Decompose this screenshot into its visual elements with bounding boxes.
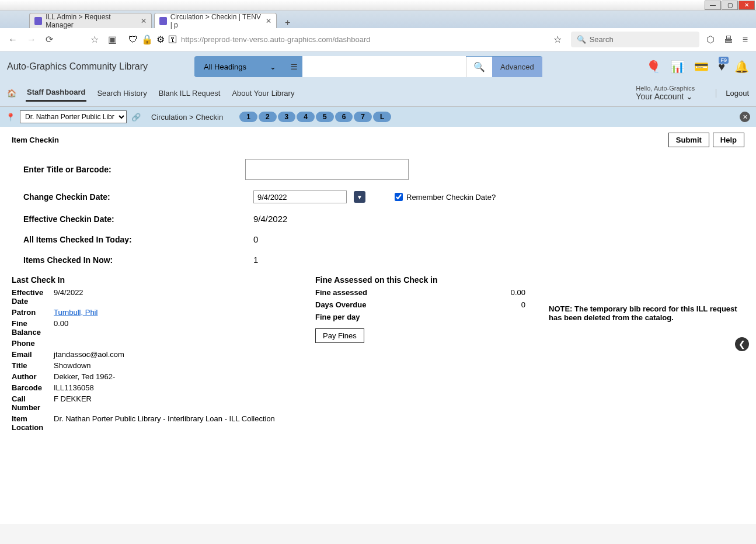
tab-favicon: [159, 17, 167, 25]
note-text: NOTE: The temporary bib record for this …: [549, 304, 744, 322]
now-value: 1: [245, 255, 258, 265]
nav-search-history[interactable]: Search History: [96, 85, 148, 101]
chevron-down-icon: ⌄: [686, 92, 693, 101]
tab-favicon: [34, 17, 42, 25]
extensions-icon[interactable]: ▣: [106, 32, 119, 47]
fkey-badge: F9: [719, 57, 729, 64]
advanced-search-button[interactable]: Advanced: [492, 57, 542, 77]
all-today-label: All Items Checked In Today:: [12, 235, 245, 244]
last-checkin-header: Last Check In: [12, 275, 292, 285]
search-icon: 🔍: [473, 62, 485, 72]
notifications-icon[interactable]: 🔔: [734, 60, 749, 74]
browser-tab[interactable]: Circulation > Checkin | TENV | p ✕: [154, 13, 277, 28]
page-title: Item Checkin: [12, 136, 59, 144]
barcode-input[interactable]: [245, 159, 409, 180]
browser-address-bar: ← → ⟳ ☆ ▣ 🛡 🔒 ⚙ ⚿ https://preprod-tenv-v…: [0, 28, 756, 51]
location-select[interactable]: Dr. Nathan Porter Public Libr: [20, 110, 127, 123]
breadcrumb: Circulation > Checkin: [151, 113, 223, 122]
nav-about-library[interactable]: About Your Library: [231, 85, 295, 101]
collapse-panel-icon[interactable]: ❮: [735, 337, 749, 351]
new-tab-button[interactable]: +: [285, 18, 290, 28]
search-scope-dropdown[interactable]: All Headings ⌄: [194, 58, 285, 76]
url-box[interactable]: 🛡 🔒 ⚙ ⚿ https://preprod-tenv-verso.auto-…: [124, 34, 566, 45]
reload-icon[interactable]: ⟳: [43, 32, 55, 47]
help-button[interactable]: Help: [713, 133, 744, 147]
database-icon[interactable]: ≣: [285, 61, 302, 72]
minimize-button[interactable]: —: [705, 1, 721, 10]
nav-blank-ill[interactable]: Blank ILL Request: [158, 85, 222, 101]
sub-bar: 📍 Dr. Nathan Porter Public Libr 🔗 Circul…: [0, 107, 756, 127]
tab-title: Circulation > Checkin | TENV | p: [170, 13, 261, 29]
pay-fines-button[interactable]: Pay Fines: [315, 328, 364, 343]
pill[interactable]: L: [373, 112, 391, 122]
forward-icon[interactable]: →: [25, 32, 39, 47]
menu-icon[interactable]: ≡: [740, 32, 750, 47]
browser-tab[interactable]: ILL Admin > Request Manager ✕: [29, 13, 152, 28]
close-window-button[interactable]: ✕: [738, 1, 755, 10]
chevron-down-icon: ⌄: [270, 63, 276, 71]
pocket-icon[interactable]: ⬡: [704, 32, 717, 47]
barcode-label: Enter Title or Barcode:: [12, 165, 245, 174]
submit-button[interactable]: Submit: [668, 133, 709, 147]
analytics-icon[interactable]: 📊: [670, 60, 685, 74]
calendar-icon[interactable]: ▼: [354, 191, 365, 203]
search-placeholder: Search: [590, 35, 614, 44]
remember-row: Remember Checkin Date?: [395, 193, 496, 202]
account-box[interactable]: Hello, Auto-Graphics Your Account ⌄: [636, 85, 695, 101]
account-label: Your Account: [636, 92, 684, 101]
browser-tab-bar: ILL Admin > Request Manager ✕ Circulatio…: [0, 11, 756, 28]
remember-checkbox[interactable]: [395, 193, 403, 201]
pill[interactable]: 7: [354, 112, 372, 122]
hello-text: Hello, Auto-Graphics: [636, 85, 695, 92]
pill[interactable]: 3: [278, 112, 296, 122]
fines-col: Fine Assessed on this Check in Fine asse…: [315, 275, 525, 434]
card-icon[interactable]: 💳: [694, 60, 709, 74]
lock-icon: 🔒: [141, 34, 153, 45]
header-icons: 🎈 📊 💳 ♥ F9 🔔: [646, 60, 749, 74]
search-icon: 🔍: [577, 35, 586, 44]
pill[interactable]: 5: [316, 112, 334, 122]
pill[interactable]: 1: [239, 112, 257, 122]
effective-date-label: Effective Checkin Date:: [12, 214, 245, 224]
patron-link[interactable]: Turnbull, Phil: [54, 308, 97, 317]
quick-pills: 1 2 3 4 5 6 7 L: [239, 112, 391, 122]
link-icon: 🔗: [131, 113, 141, 122]
pill[interactable]: 4: [297, 112, 315, 122]
change-date-label: Change Checkin Date:: [12, 192, 245, 202]
search-button[interactable]: 🔍: [466, 57, 492, 77]
nav-staff-dashboard[interactable]: Staff Dashboard: [26, 84, 86, 102]
remember-label: Remember Checkin Date?: [406, 193, 496, 202]
checkin-date-input[interactable]: [253, 190, 347, 203]
catalog-search-input[interactable]: [302, 56, 466, 77]
now-label: Items Checked In Now:: [12, 255, 245, 265]
balloon-icon[interactable]: 🎈: [646, 60, 661, 74]
star-icon[interactable]: ☆: [553, 34, 562, 45]
dropdown-label: All Headings: [204, 63, 246, 71]
main-nav: 🏠 Staff Dashboard Search History Blank I…: [0, 82, 756, 107]
note-col: NOTE: The temporary bib record for this …: [549, 275, 744, 434]
close-tab-icon[interactable]: ✕: [141, 17, 147, 25]
shield-icon: 🛡: [128, 34, 138, 45]
pill[interactable]: 6: [335, 112, 353, 122]
close-icon[interactable]: ✕: [740, 112, 750, 122]
main-content: Item Checkin Submit Help Enter Title or …: [0, 127, 756, 524]
maximize-button[interactable]: ▢: [722, 1, 738, 10]
effective-date-value: 9/4/2022: [245, 214, 287, 224]
close-tab-icon[interactable]: ✕: [266, 17, 271, 25]
logout-link[interactable]: Logout: [716, 89, 749, 98]
app-header: Auto-Graphics Community Library All Head…: [0, 51, 756, 82]
browser-search-box[interactable]: 🔍 Search: [571, 32, 699, 47]
print-icon[interactable]: 🖶: [722, 32, 736, 47]
home-icon[interactable]: 🏠: [7, 89, 16, 98]
url-text: https://preprod-tenv-verso.auto-graphics…: [181, 35, 370, 44]
bookmark-icon[interactable]: ☆: [88, 32, 101, 47]
favorites-icon[interactable]: ♥ F9: [718, 60, 725, 74]
pill[interactable]: 2: [259, 112, 277, 122]
tab-title: ILL Admin > Request Manager: [46, 13, 136, 29]
key-icon: ⚿: [168, 34, 177, 45]
last-checkin-col: Last Check In Effective Date9/4/2022 Pat…: [12, 275, 292, 434]
location-pin-icon: 📍: [6, 113, 15, 122]
search-controls: All Headings ⌄ ≣ 🔍 Advanced: [194, 56, 542, 77]
back-icon[interactable]: ←: [6, 32, 20, 47]
window-controls: — ▢ ✕: [0, 0, 756, 11]
